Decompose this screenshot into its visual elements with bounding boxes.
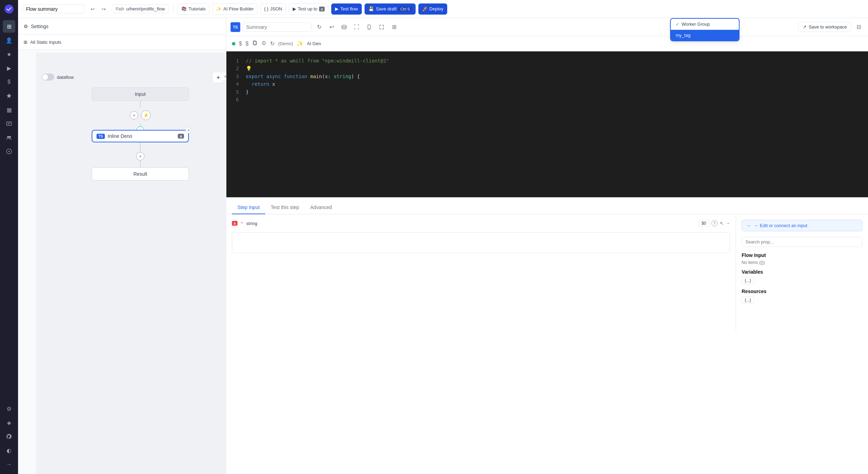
variables-badge[interactable]: {...} [742, 277, 754, 284]
worker-group-header: ✓ Worker Group [671, 19, 739, 30]
sidebar-item-schedules[interactable]: ▦ [3, 103, 15, 116]
sidebar-item-settings[interactable]: ⚙ [3, 402, 15, 415]
inline-deno-node[interactable]: TS Inline Deno a [92, 130, 189, 142]
search-prop-input[interactable] [742, 237, 862, 247]
sidebar-item-github[interactable] [3, 430, 15, 443]
expand-icon-btn[interactable] [376, 22, 387, 32]
add-step-2-button[interactable]: + [136, 152, 144, 160]
copy-icon[interactable] [252, 40, 258, 47]
sidebar-item-audit[interactable] [3, 145, 15, 158]
step-input-area: x * string $0 ? ↖ → ← [226, 214, 868, 332]
sidebar-item-apps[interactable] [3, 90, 15, 102]
maximize-icon-btn[interactable]: ⛶ [351, 22, 362, 32]
sparkle-icon: ✨ [297, 40, 303, 47]
svg-point-6 [342, 25, 347, 27]
worker-group-dropdown: ✓ Worker Group my_tag [670, 18, 740, 41]
summary-input[interactable] [242, 23, 312, 32]
left-panel: ⚙ Settings ⊞ All Static Inputs dataflow … [18, 18, 226, 474]
dollar-icon-2[interactable]: $ [245, 41, 249, 47]
toolbar: ↩ ↪ Path u/henri/prolific_flow 📚 Tutoria… [18, 0, 868, 18]
sidebar-item-resources[interactable]: $ [3, 76, 15, 88]
dollar-icon-1[interactable]: $ [239, 41, 242, 47]
sidebar-item-starred[interactable]: ★ [3, 48, 15, 60]
variables-section: Variables {...} [742, 269, 862, 284]
undo-button[interactable]: ↩ [87, 4, 98, 14]
input-node[interactable]: Input [92, 88, 189, 101]
deploy-button[interactable]: 🚀 Deploy [418, 3, 447, 15]
sidebar-item-runs[interactable]: ▶ [3, 62, 15, 74]
save-workspace-button[interactable]: ↗ Save to workspace [798, 22, 851, 32]
result-node[interactable]: Result [92, 167, 189, 181]
arrow-left-icon: ← [747, 223, 751, 228]
code-content[interactable]: // import * as wmill from "npm:windmill-… [246, 57, 862, 192]
tutorials-button[interactable]: 📚 Tutorials [177, 3, 209, 15]
input-node-label: Input [135, 91, 145, 97]
svg-rect-1 [7, 122, 11, 126]
code-line-3: export async function main(x: string) { [246, 73, 862, 80]
db-icon-btn[interactable] [339, 22, 349, 32]
resources-title: Resources [742, 289, 862, 294]
input-right: ← ← Edit or connect an input Flow Input … [736, 214, 868, 332]
test-flow-button[interactable]: ▶ Test flow [331, 3, 362, 15]
tab-test-step[interactable]: Test this step [265, 201, 305, 214]
close-node-button[interactable]: ✕ [185, 127, 192, 133]
deploy-icon: 🚀 [422, 6, 428, 11]
sidebar-expand[interactable]: → [3, 458, 15, 471]
sidebar-item-groups[interactable] [3, 131, 15, 144]
param-row-x: x * string $0 ? ↖ → [232, 220, 730, 227]
refresh-icon[interactable]: ↻ [270, 40, 275, 47]
add-branch-button[interactable]: ⚡ [141, 110, 151, 120]
flow-summary-input[interactable] [22, 5, 85, 14]
sidebar-item-theme[interactable]: ◐ [3, 444, 15, 457]
worker-group-my-tag[interactable]: my_tag [671, 30, 739, 41]
tab-step-input[interactable]: Step Input [232, 201, 265, 214]
undo-redo-group: ↩ ↪ [87, 4, 109, 14]
ai-icon: ✨ [216, 6, 222, 11]
sidebar-item-users[interactable]: 👤 [3, 34, 15, 47]
test-up-to-button[interactable]: ▶ Test up to a [289, 3, 329, 15]
path-badge: Path u/henri/prolific_flow [112, 5, 169, 13]
sidebar-item-home[interactable]: ⊞ [3, 20, 15, 33]
static-inputs-icon: ⊞ [24, 40, 27, 45]
no-items-label: No items ({}) [742, 260, 862, 265]
tab-advanced[interactable]: Advanced [305, 201, 337, 214]
editor-toolbar2: $ $ ↻ (Demo) ✨ AI Gen [226, 36, 868, 51]
connect-right-icon[interactable]: → [725, 221, 730, 226]
dollar-zero-badge[interactable]: $0 [699, 220, 709, 227]
code-line-6 [246, 96, 862, 103]
connect-icons: ↖ → [720, 221, 730, 226]
worker-group-check: ✓ [676, 22, 679, 27]
settings-icon: ⚙ [24, 24, 28, 29]
json-button[interactable]: { } JSON [260, 3, 286, 15]
share-icon[interactable] [261, 40, 267, 47]
edit-connect-button[interactable]: ← ← Edit or connect an input [742, 220, 862, 231]
ai-gen-label[interactable]: AI Gen [307, 41, 321, 46]
code-editor[interactable]: 1 2 3 4 5 6 // import * as wmill from "n… [226, 51, 868, 197]
save-draft-button[interactable]: 💾 Save draft Ctrl S [365, 3, 416, 15]
refresh-icon-btn[interactable]: ↻ [314, 22, 324, 32]
ai-flow-builder-button[interactable]: ✨ AI Flow Builder [212, 3, 257, 15]
dataflow-toggle[interactable] [42, 74, 54, 81]
collapse-icon-btn[interactable]: ⊟ [853, 22, 864, 32]
tab-bar: Step Input Test this step Advanced [226, 198, 868, 214]
play-icon-small: ▶ [293, 6, 296, 11]
undo-icon-btn[interactable]: ↩ [326, 22, 337, 32]
flow-input-section: Flow Input No items ({}) [742, 252, 862, 265]
tutorials-icon: 📚 [181, 6, 187, 11]
sidebar-item-notifications[interactable]: ◈ [3, 416, 15, 429]
inline-deno-label: Inline Deno [108, 133, 132, 139]
svg-point-3 [9, 136, 11, 138]
sidebar-logo[interactable] [3, 3, 15, 15]
flow-input-title: Flow Input [742, 252, 862, 258]
param-input-textarea[interactable] [232, 232, 730, 253]
phone-icon-btn[interactable] [364, 22, 374, 32]
connect-left-icon[interactable]: ↖ [720, 221, 724, 226]
redo-button[interactable]: ↪ [99, 4, 109, 14]
help-icon[interactable]: ? [711, 220, 718, 226]
sidebar-item-variables[interactable] [3, 117, 15, 130]
grid-icon-btn[interactable]: ⊞ [389, 22, 399, 32]
svg-point-0 [5, 5, 14, 14]
panel-sub-header[interactable]: ⊞ All Static Inputs [18, 35, 226, 50]
add-step-button[interactable]: + [130, 111, 138, 119]
resources-badge[interactable]: {...} [742, 296, 754, 304]
